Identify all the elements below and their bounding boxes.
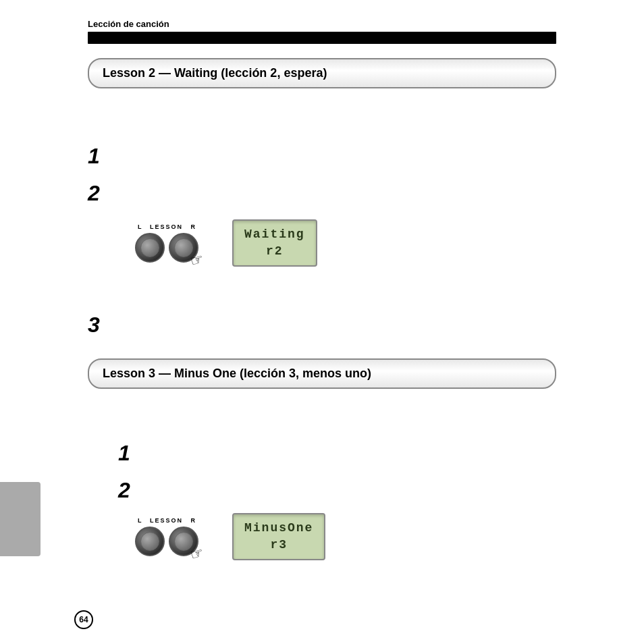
lesson3-lcd-line2: r3	[244, 537, 313, 554]
lesson2-buttons: L LESSON R ☞	[135, 223, 198, 263]
lesson2-label-l: L	[138, 223, 142, 230]
lesson3-steps: 1 2	[118, 429, 130, 506]
lesson3-label-lesson: LESSON	[150, 517, 183, 524]
section-title: Lección de canción	[88, 19, 556, 29]
gray-tab	[0, 482, 41, 556]
lesson3-label-l: L	[138, 517, 142, 524]
lesson2-step1: 1	[88, 144, 100, 169]
lesson-label-row: L LESSON R	[138, 223, 196, 230]
lesson2-title: Lesson 2 — Waiting (lección 2, espera)	[103, 66, 327, 80]
lesson2-left-button[interactable]	[135, 233, 165, 263]
lesson2-lcd-line2: r2	[244, 243, 305, 260]
header-area: Lección de canción	[88, 19, 556, 44]
lesson3-title: Lesson 3 — Minus One (lección 3, menos u…	[103, 367, 371, 380]
hand-cursor-icon-2: ☞	[188, 544, 206, 564]
lesson2-lcd-line1: Waiting	[244, 226, 305, 243]
lesson2-step3: 3	[88, 300, 100, 340]
lesson3-left-knob-inner	[140, 532, 159, 551]
lesson3-box-area: Lesson 3 — Minus One (lección 3, menos u…	[88, 348, 556, 394]
lesson2-label-r: R	[191, 223, 196, 230]
hand-cursor-icon: ☞	[188, 250, 206, 271]
lesson2-label-lesson: LESSON	[150, 223, 183, 230]
lesson3-left-button[interactable]	[135, 527, 165, 556]
lesson3-box: Lesson 3 — Minus One (lección 3, menos u…	[88, 358, 556, 389]
lesson3-step1: 1	[118, 441, 130, 466]
lesson3-label-row: L LESSON R	[138, 517, 196, 524]
page-number: 64	[74, 610, 93, 629]
page-container: Lección de canción Lesson 2 — Waiting (l…	[0, 0, 644, 644]
lesson3-right-wrapper: ☞	[169, 527, 198, 556]
lesson3-buttons: L LESSON R ☞	[135, 517, 198, 556]
lesson2-step2: 2	[88, 181, 100, 206]
page-number-text: 64	[79, 615, 88, 624]
lesson2-lcd: Waiting r2	[232, 219, 317, 267]
lesson2-steps: 1 2	[88, 132, 100, 209]
lesson2-box-area: Lesson 2 — Waiting (lección 2, espera)	[88, 47, 556, 94]
lesson3-buttons-row: ☞	[135, 527, 198, 556]
lesson3-display-area: L LESSON R ☞ MinusOne r	[135, 513, 325, 560]
lesson2-buttons-row: ☞	[135, 233, 198, 263]
lesson3-lcd: MinusOne r3	[232, 513, 325, 560]
lesson2-display-area: L LESSON R ☞ Waiting r2	[135, 219, 317, 267]
lesson2-step3-num: 3	[88, 313, 100, 338]
lesson2-left-knob-inner	[140, 238, 159, 257]
lesson3-label-r: R	[191, 517, 196, 524]
lesson2-right-wrapper: ☞	[169, 233, 198, 263]
lesson2-box: Lesson 2 — Waiting (lección 2, espera)	[88, 58, 556, 88]
black-bar	[88, 32, 556, 44]
lesson3-step2: 2	[118, 478, 130, 503]
lesson3-lcd-line1: MinusOne	[244, 520, 313, 537]
